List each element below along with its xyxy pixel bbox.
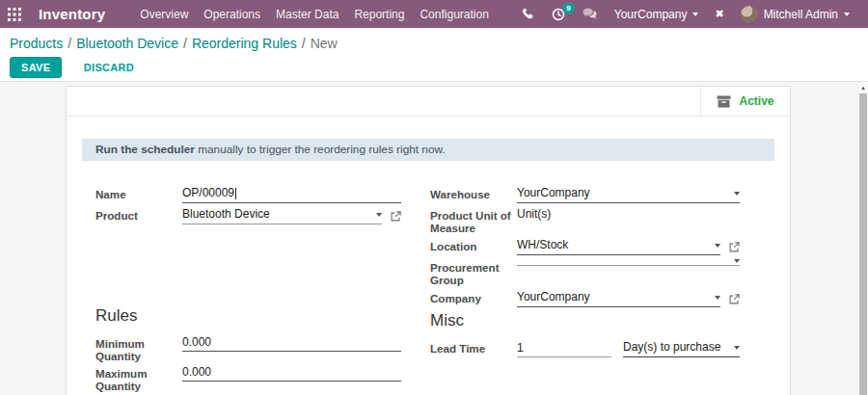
breadcrumb-separator: / — [183, 36, 187, 51]
scheduler-alert: Run the scheduler manually to trigger th… — [82, 139, 774, 161]
menu-configuration[interactable]: Configuration — [412, 1, 496, 28]
control-panel: Products/Bluetooth Device/Reordering Rul… — [0, 28, 868, 82]
max-qty-input[interactable] — [182, 365, 401, 382]
procurement-group-label: Procurement Group — [430, 259, 517, 286]
debug-close-icon[interactable]: ✖ — [707, 8, 731, 20]
chevron-down-icon — [734, 259, 740, 263]
user-menu[interactable]: Mitchell Admin — [732, 6, 858, 23]
company-label: Company — [430, 290, 517, 304]
name-value: OP/00009 — [182, 186, 234, 200]
location-select[interactable]: WH/Stock — [517, 238, 720, 255]
form-fields: Name OP/00009 Product — [95, 186, 740, 395]
warehouse-select[interactable]: YourCompany — [517, 186, 740, 203]
breadcrumb: Products/Bluetooth Device/Reordering Rul… — [10, 35, 868, 52]
chevron-down-icon — [692, 13, 698, 16]
field-row-name: Name OP/00009 — [95, 186, 401, 203]
scrollbar-thumb[interactable] — [859, 93, 867, 395]
rules-section-title: Rules — [95, 306, 401, 326]
apps-grid-icon[interactable] — [0, 8, 29, 21]
field-row-procurement-group: Procurement Group — [430, 259, 740, 286]
location-label: Location — [430, 238, 517, 252]
app-title[interactable]: Inventory — [39, 6, 105, 22]
chevron-down-icon — [734, 192, 740, 196]
max-qty-label: Maximum Quantity — [95, 365, 182, 392]
scroll-up-arrow-icon[interactable]: ▲ — [858, 82, 868, 92]
sheet-body: Run the scheduler manually to trigger th… — [67, 117, 790, 395]
location-value: WH/Stock — [517, 238, 709, 252]
breadcrumb-products[interactable]: Products — [10, 36, 63, 51]
form-statusbar: Active — [67, 87, 790, 117]
menu-overview[interactable]: Overview — [132, 1, 196, 28]
run-scheduler-link[interactable]: Run the scheduler — [95, 143, 195, 156]
breadcrumb-bluetooth-device[interactable]: Bluetooth Device — [76, 36, 178, 51]
name-input[interactable]: OP/00009 — [182, 186, 401, 203]
scheduler-alert-text: manually to trigger the reordering rules… — [195, 143, 446, 156]
phone-icon[interactable] — [513, 8, 543, 20]
warehouse-value: YourCompany — [517, 186, 728, 200]
field-row-warehouse: Warehouse YourCompany — [430, 186, 740, 203]
field-row-company: Company YourCompany — [430, 290, 740, 307]
chevron-down-icon — [715, 244, 720, 248]
procurement-group-select[interactable] — [517, 259, 740, 266]
app-menu: Overview Operations Master Data Reportin… — [132, 1, 497, 28]
product-label: Product — [95, 207, 182, 222]
company-external-link-icon[interactable] — [729, 294, 740, 304]
lead-time-input[interactable] — [517, 341, 611, 357]
breadcrumb-current: New — [311, 36, 338, 51]
product-select[interactable]: Bluetooth Device — [182, 207, 382, 224]
warehouse-label: Warehouse — [430, 186, 517, 200]
discard-button[interactable]: DISCARD — [74, 58, 144, 77]
messages-icon[interactable] — [574, 8, 606, 20]
chevron-down-icon — [376, 213, 382, 217]
menu-operations[interactable]: Operations — [196, 1, 268, 28]
breadcrumb-separator: / — [302, 36, 306, 51]
min-qty-input[interactable] — [182, 335, 401, 352]
chevron-down-icon — [715, 296, 720, 300]
product-value: Bluetooth Device — [182, 207, 370, 222]
lead-time-label: Lead Time — [430, 340, 517, 355]
lead-time-unit-select[interactable]: Day(s) to purchase — [623, 340, 740, 357]
active-toggle-button[interactable]: Active — [700, 87, 790, 116]
archive-box-icon — [717, 95, 731, 108]
menu-reporting[interactable]: Reporting — [346, 1, 412, 28]
field-row-location: Location WH/Stock — [430, 238, 740, 255]
uom-label: Product Unit of Measure — [430, 207, 517, 234]
company-name: YourCompany — [614, 8, 688, 21]
chevron-down-icon — [734, 346, 740, 350]
breadcrumb-reordering-rules[interactable]: Reordering Rules — [192, 36, 297, 51]
field-row-max-qty: Maximum Quantity — [95, 365, 401, 392]
uom-value: Unit(s) — [517, 207, 551, 222]
breadcrumb-separator: / — [68, 36, 71, 51]
field-row-product: Product Bluetooth Device — [95, 207, 401, 224]
company-value: YourCompany — [517, 290, 709, 304]
name-label: Name — [95, 186, 182, 200]
product-external-link-icon[interactable] — [391, 211, 401, 222]
menu-master-data[interactable]: Master Data — [268, 1, 346, 28]
user-name: Mitchell Admin — [764, 8, 838, 21]
location-external-link-icon[interactable] — [729, 242, 740, 252]
topbar-systray: 9 YourCompany ✖ Mitchell Admin — [513, 6, 858, 23]
misc-section-title: Misc — [430, 311, 740, 330]
field-row-min-qty: Minimum Quantity — [95, 335, 401, 362]
content-area: Active Run the scheduler manually to tri… — [0, 82, 868, 395]
avatar — [741, 6, 758, 23]
active-label: Active — [739, 94, 773, 108]
min-qty-label: Minimum Quantity — [95, 335, 182, 362]
top-navbar: Inventory Overview Operations Master Dat… — [0, 0, 868, 28]
lead-time-unit-value: Day(s) to purchase — [623, 340, 728, 355]
field-row-uom: Product Unit of Measure Unit(s) — [430, 207, 740, 234]
field-row-lead-time: Lead Time Day(s) to purchase — [430, 340, 740, 357]
activity-clock-icon[interactable]: 9 — [543, 8, 574, 21]
form-sheet: Active Run the scheduler manually to tri… — [66, 86, 791, 395]
form-buttons: SAVE DISCARD — [10, 57, 868, 78]
vertical-scrollbar[interactable]: ▲ — [857, 82, 868, 395]
chevron-down-icon — [844, 13, 850, 16]
company-switcher[interactable]: YourCompany — [606, 8, 708, 21]
company-select[interactable]: YourCompany — [517, 290, 720, 307]
text-cursor — [235, 188, 236, 199]
save-button[interactable]: SAVE — [10, 57, 62, 78]
